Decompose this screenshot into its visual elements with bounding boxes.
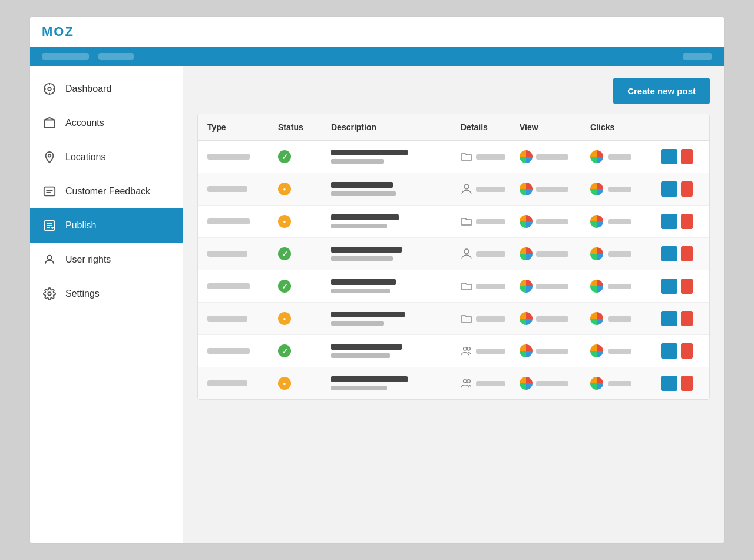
svg-point-21 <box>464 380 467 383</box>
description-cell <box>331 150 461 164</box>
status-cell <box>278 247 331 260</box>
table-row <box>198 238 709 270</box>
nav-bar <box>30 47 724 66</box>
details-cell <box>461 151 520 163</box>
svg-point-14 <box>47 256 51 260</box>
folder-icon <box>461 151 472 163</box>
description-cell <box>331 312 461 326</box>
clicks-cell <box>590 215 661 228</box>
locations-icon <box>42 150 57 165</box>
sidebar-label-publish: Publish <box>65 220 96 231</box>
sidebar-label-settings: Settings <box>65 289 100 299</box>
status-yellow-icon <box>278 377 291 390</box>
edit-button[interactable] <box>661 343 677 359</box>
col-clicks: Clicks <box>590 122 661 132</box>
pie-chart-icon-2 <box>590 150 603 163</box>
dashboard-icon <box>42 81 57 97</box>
view-cell <box>520 344 590 357</box>
nav-pill-1[interactable] <box>42 53 89 60</box>
col-actions <box>661 122 700 132</box>
col-type: Type <box>207 122 278 132</box>
accounts-icon <box>42 115 57 131</box>
delete-button[interactable] <box>681 214 693 229</box>
pie-chart-icon <box>520 150 533 163</box>
status-cell <box>278 312 331 325</box>
sidebar-item-accounts[interactable]: Accounts <box>30 106 183 140</box>
delete-button[interactable] <box>681 181 693 197</box>
actions-cell <box>661 343 700 359</box>
sidebar-item-user-rights[interactable]: User rights <box>30 243 183 277</box>
sidebar-item-publish[interactable]: Publish <box>30 208 183 243</box>
actions-cell <box>661 311 700 326</box>
nav-pill-right[interactable] <box>683 53 712 60</box>
delete-button[interactable] <box>681 311 693 326</box>
edit-button[interactable] <box>661 214 677 229</box>
actions-cell <box>661 181 700 197</box>
table-row <box>198 367 709 399</box>
delete-button[interactable] <box>681 279 693 294</box>
details-cell <box>461 183 520 195</box>
publish-icon <box>42 218 57 233</box>
pie-chart-icon <box>520 247 533 260</box>
status-cell <box>278 280 331 293</box>
feedback-icon <box>42 184 57 199</box>
edit-button[interactable] <box>661 376 677 391</box>
svg-point-15 <box>48 292 51 296</box>
details-cell <box>461 280 520 292</box>
svg-point-18 <box>464 249 469 254</box>
svg-point-19 <box>464 347 467 350</box>
type-cell <box>207 348 278 354</box>
status-green-icon <box>278 247 291 260</box>
edit-button[interactable] <box>661 149 677 164</box>
folder-icon <box>461 313 472 324</box>
settings-icon <box>42 286 57 301</box>
create-new-post-button[interactable]: Create new post <box>613 78 710 104</box>
svg-point-20 <box>467 347 470 350</box>
pie-chart-icon-2 <box>590 247 603 260</box>
table-row <box>198 173 709 206</box>
sidebar-item-settings[interactable]: Settings <box>30 277 183 311</box>
sidebar-label-user-rights: User rights <box>65 254 111 265</box>
edit-button[interactable] <box>661 279 677 294</box>
sidebar-item-customer-feedback[interactable]: Customer Feedback <box>30 174 183 208</box>
description-cell <box>331 279 461 293</box>
col-status: Status <box>278 122 331 132</box>
sidebar-item-locations[interactable]: Locations <box>30 140 183 174</box>
description-cell <box>331 182 461 196</box>
pie-chart-icon <box>520 280 533 293</box>
delete-button[interactable] <box>681 376 693 391</box>
user-rights-icon <box>42 252 57 267</box>
status-cell <box>278 377 331 390</box>
pie-chart-icon-2 <box>590 183 603 195</box>
view-cell <box>520 215 590 228</box>
delete-button[interactable] <box>681 149 693 164</box>
sidebar: Dashboard Accounts Loc <box>30 66 183 543</box>
type-cell <box>207 154 278 160</box>
view-cell <box>520 150 590 163</box>
pie-chart-icon-2 <box>590 312 603 325</box>
details-cell <box>461 216 520 227</box>
table-row <box>198 141 709 173</box>
nav-pill-2[interactable] <box>98 53 134 60</box>
pie-chart-icon-2 <box>590 215 603 228</box>
status-green-icon <box>278 150 291 163</box>
edit-button[interactable] <box>661 311 677 326</box>
actions-cell <box>661 279 700 294</box>
sidebar-label-accounts: Accounts <box>65 118 104 128</box>
content-header: Create new post <box>197 78 710 104</box>
view-cell <box>520 280 590 293</box>
type-cell <box>207 283 278 289</box>
clicks-cell <box>590 150 661 163</box>
folder-icon <box>461 216 472 227</box>
sidebar-item-dashboard[interactable]: Dashboard <box>30 72 183 106</box>
table-row <box>198 206 709 238</box>
svg-point-22 <box>467 380 470 383</box>
delete-button[interactable] <box>681 343 693 359</box>
view-cell <box>520 183 590 195</box>
svg-point-16 <box>464 184 469 189</box>
edit-button[interactable] <box>661 246 677 261</box>
delete-button[interactable] <box>681 246 693 261</box>
edit-button[interactable] <box>661 181 677 197</box>
svg-rect-7 <box>44 187 55 196</box>
group-icon <box>461 377 472 389</box>
